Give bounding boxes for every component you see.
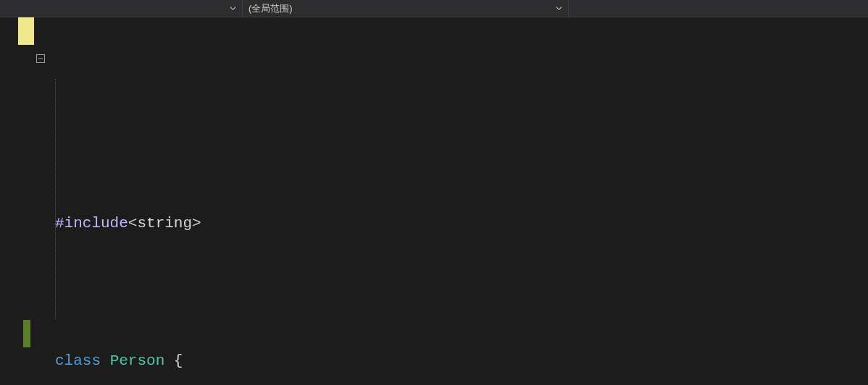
change-marker-modified: [18, 17, 34, 45]
editor-gutter: [0, 17, 35, 385]
keyword-token: class: [55, 352, 101, 369]
change-marker-saved: [23, 320, 30, 347]
angle-bracket: >: [192, 215, 201, 232]
class-name-token: Person: [110, 352, 165, 369]
code-line[interactable]: #include<string>: [55, 210, 868, 237]
code-line[interactable]: class Person {: [55, 347, 868, 375]
chevron-down-icon: [556, 3, 562, 14]
preprocessor-token: #include: [55, 215, 128, 232]
code-area[interactable]: #include<string> class Person { protecte…: [35, 17, 868, 385]
brace-token: {: [164, 352, 183, 369]
navigation-bar: (全局范围): [0, 0, 868, 17]
scope-dropdown-left[interactable]: [0, 0, 243, 17]
angle-bracket: <: [128, 215, 138, 232]
scope-dropdown-right[interactable]: (全局范围): [243, 0, 569, 17]
chevron-down-icon: [230, 3, 236, 14]
scope-dropdown-right-label: (全局范围): [249, 2, 293, 15]
indent-guide: [55, 79, 56, 319]
code-editor[interactable]: #include<string> class Person { protecte…: [0, 17, 868, 385]
header-name: string: [137, 215, 192, 232]
